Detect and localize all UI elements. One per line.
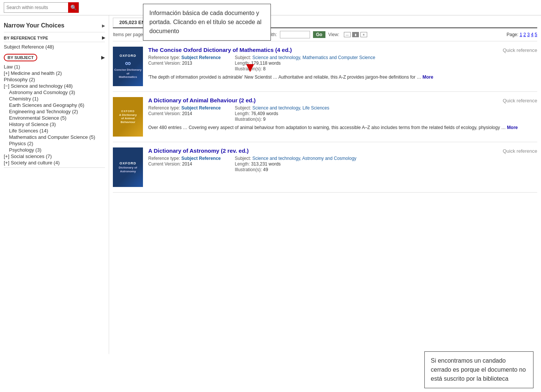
sidebar-subject-item[interactable]: [+] Medicine and health (2)	[4, 70, 105, 76]
sidebar-subject-item[interactable]: Astronomy and Cosmology (3)	[4, 89, 105, 96]
sidebar-subject-item[interactable]: Life Sciences (14)	[4, 128, 105, 134]
tooltip-bottom: Si encontramos un candado cerrado es por…	[424, 351, 533, 388]
sidebar-subject-item[interactable]: Philosophy (2)	[4, 76, 105, 83]
sidebar-subject-item[interactable]: Mathematics and Computer Science (5)	[4, 134, 105, 140]
search-box: 🔍	[4, 2, 79, 13]
book-cover: Oxford∞Concise Dictionary ofMathematics	[113, 47, 143, 86]
sidebar-item-subject-reference[interactable]: Subject Reference (48)	[4, 44, 105, 50]
search-icon: 🔍	[70, 5, 77, 11]
length-value: 313,231 words	[251, 161, 281, 167]
subject-value: Science and technology, Mathematics and …	[252, 55, 375, 60]
by-subject-section: BY SUBJECT ▶ Law (1)[+] Medicine and hea…	[4, 50, 105, 168]
book-meta-left: Reference type: Subject ReferenceCurrent…	[148, 105, 223, 122]
sidebar-subject-item[interactable]: [+] Social sciences (7)	[4, 153, 105, 160]
ref-type-value: Subject Reference	[181, 105, 221, 111]
by-reference-type-label: BY REFERENCE TYPE	[4, 36, 48, 40]
book-meta-right: Subject: Science and technology, Astrono…	[235, 155, 356, 172]
illus-label: Illustration(s):	[235, 167, 263, 172]
book-title-link[interactable]: The Concise Oxford Dictionary of Mathema…	[148, 47, 292, 53]
ref-type-label: Reference type:	[148, 156, 181, 161]
tooltip-top-text: Información básica de cada documento y p…	[149, 10, 261, 34]
by-reference-type-icon: ▶	[102, 35, 105, 40]
book-info: A Dictionary of Astronomy (2 rev. ed.)Qu…	[148, 147, 537, 187]
subject-item-list: Law (1)[+] Medicine and health (2)Philos…	[4, 64, 105, 166]
subject-label: Subject:	[235, 105, 252, 111]
by-subject-label: BY SUBJECT	[4, 54, 37, 61]
quick-reference-label: Quick reference	[503, 98, 537, 103]
sidebar-subject-item[interactable]: [−] Science and technology (48)	[4, 83, 105, 89]
illus-value: 8	[263, 66, 266, 71]
quick-reference-label: Quick reference	[503, 148, 537, 154]
view-grid-icon[interactable]: ▮	[352, 32, 359, 37]
book-cover: OxfordDictionary ofAstronomy	[113, 147, 143, 187]
page-label: Page:	[506, 32, 518, 37]
view-label: View:	[328, 32, 339, 37]
quick-reference-label: Quick reference	[503, 47, 537, 53]
version-label: Current Version:	[148, 111, 182, 116]
results-area: 205,023 ENTRIES 48 BOOKS Items per page:…	[109, 15, 541, 354]
book-info: A Dictionary of Animal Behaviour (2 ed.)…	[148, 97, 537, 137]
more-link[interactable]: More	[507, 125, 518, 130]
sidebar-subject-item[interactable]: Law (1)	[4, 64, 105, 70]
sidebar-subject-item[interactable]: History of Science (3)	[4, 121, 105, 128]
book-meta-right: Subject: Science and technology, Life Sc…	[235, 105, 329, 122]
book-title-link[interactable]: A Dictionary of Animal Behaviour (2 ed.)	[148, 97, 256, 103]
view-compact-icon[interactable]: ≡	[360, 32, 367, 37]
sidebar-subject-item[interactable]: Psychology (3)	[4, 147, 105, 153]
page-2-link[interactable]: 2	[523, 32, 526, 37]
book-meta-left: Reference type: Subject ReferenceCurrent…	[148, 55, 223, 71]
ref-type-value: Subject Reference	[181, 156, 221, 161]
book-info: The Concise Oxford Dictionary of Mathema…	[148, 47, 537, 86]
table-row: OXFORDA Dictionaryof AnimalBehaviourA Di…	[113, 92, 537, 142]
starting-with-input[interactable]	[280, 31, 310, 38]
search-button[interactable]: 🔍	[68, 2, 79, 13]
more-link[interactable]: More	[422, 74, 433, 80]
book-description: 'The depth of information provided is ad…	[148, 74, 537, 81]
version-value: 2014	[182, 161, 192, 167]
red-arrow-icon: ▼	[243, 59, 257, 75]
book-list: Oxford∞Concise Dictionary ofMathematicsT…	[113, 41, 537, 193]
sidebar-subject-item[interactable]: Chemistry (1)	[4, 96, 105, 102]
book-title-link[interactable]: A Dictionary of Astronomy (2 rev. ed.)	[148, 147, 249, 154]
reference-type-list: Subject Reference (48)	[4, 44, 105, 50]
page-5-link[interactable]: 5	[535, 32, 537, 37]
subject-value: Science and technology, Life Sciences	[252, 105, 330, 111]
version-label: Current Version:	[148, 61, 182, 66]
version-value: 2013	[182, 61, 192, 66]
book-meta-row: Reference type: Subject ReferenceCurrent…	[148, 55, 537, 71]
narrow-choices-header: Narrow Your Choices ▶	[4, 19, 105, 32]
version-label: Current Version:	[148, 161, 182, 167]
page-info: Page: 1 2 3 4 5	[506, 32, 537, 37]
illus-value: 49	[263, 167, 268, 172]
view-list-icon[interactable]: —	[344, 32, 351, 37]
ref-type-value: Subject Reference	[181, 55, 221, 60]
book-description: Over 480 entries … Covering every aspect…	[148, 124, 537, 131]
sidebar-subject-item[interactable]: [+] Society and culture (4)	[4, 160, 105, 166]
page-3-link[interactable]: 3	[527, 32, 530, 37]
book-meta-row: Reference type: Subject ReferenceCurrent…	[148, 105, 537, 122]
go-button[interactable]: Go	[313, 31, 325, 38]
book-title-row: A Dictionary of Astronomy (2 rev. ed.)Qu…	[148, 147, 537, 154]
by-reference-type-header: BY REFERENCE TYPE ▶	[4, 32, 105, 42]
sidebar-subject-item[interactable]: Engineering and Technology (2)	[4, 108, 105, 115]
narrow-choices-icon: ▶	[102, 24, 105, 28]
subject-label: Subject:	[235, 156, 252, 161]
narrow-choices-label: Narrow Your Choices	[4, 22, 64, 29]
main-content: Narrow Your Choices ▶ BY REFERENCE TYPE …	[0, 15, 541, 354]
book-meta-left: Reference type: Subject ReferenceCurrent…	[148, 155, 223, 172]
page-4-link[interactable]: 4	[531, 32, 533, 37]
subject-value: Science and technology, Astronomy and Co…	[252, 156, 357, 161]
tooltip-top: Información básica de cada documento y p…	[143, 4, 271, 41]
view-icons: — ▮ ≡	[344, 32, 367, 37]
search-input[interactable]	[4, 4, 68, 11]
sidebar-subject-item[interactable]: Earth Sciences and Geography (6)	[4, 102, 105, 108]
go-button-label: Go	[316, 32, 322, 37]
page-1-link[interactable]: 1	[520, 32, 522, 37]
sidebar-subject-item[interactable]: Environmental Science (5)	[4, 115, 105, 121]
by-subject-header-row: BY SUBJECT ▶	[4, 50, 105, 64]
by-subject-icon: ▶	[101, 55, 105, 60]
book-title-row: A Dictionary of Animal Behaviour (2 ed.)…	[148, 97, 537, 103]
ref-type-label: Reference type:	[148, 105, 181, 111]
sidebar-subject-item[interactable]: Physics (2)	[4, 140, 105, 147]
book-meta-row: Reference type: Subject ReferenceCurrent…	[148, 155, 537, 172]
